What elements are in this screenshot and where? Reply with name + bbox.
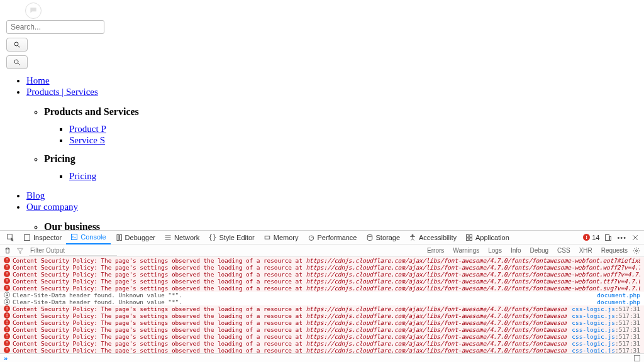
console-input-bar[interactable]: » — [0, 353, 644, 362]
search-icon — [13, 58, 21, 66]
console-row[interactable]: !Content Security Policy: The page's set… — [0, 333, 644, 340]
tab-inspector[interactable]: Inspector — [19, 231, 66, 244]
sidebar-toggle-icon[interactable] — [634, 355, 640, 361]
console-row[interactable]: !Content Security Policy: The page's set… — [0, 312, 644, 319]
svg-rect-9 — [265, 236, 270, 239]
console-source-link[interactable]: css-logic.js:517:31 — [567, 333, 640, 340]
nav-blog[interactable]: Blog — [26, 190, 45, 200]
tab-console[interactable]: Console — [66, 231, 110, 244]
console-row[interactable]: iClear-Site-Data header found. Unknown v… — [0, 299, 644, 305]
search-button-2[interactable] — [6, 55, 28, 69]
error-icon: ! — [4, 326, 10, 332]
console-message: Content Security Policy: The page's sett… — [13, 333, 567, 340]
inspector-icon — [23, 234, 31, 241]
console-row[interactable]: !Content Security Policy: The page's set… — [0, 257, 644, 264]
svg-rect-15 — [466, 238, 469, 240]
console-output[interactable]: !Content Security Policy: The page's set… — [0, 257, 644, 353]
element-picker-icon — [7, 234, 14, 241]
error-icon: ! — [4, 340, 10, 346]
console-source-link[interactable]: document.php — [592, 299, 640, 305]
svg-line-3 — [18, 63, 20, 65]
trash-icon[interactable] — [4, 247, 11, 255]
gear-icon[interactable] — [633, 247, 640, 255]
console-filter-input[interactable] — [29, 246, 117, 256]
filter-info[interactable]: Info — [507, 246, 525, 255]
console-source-link[interactable]: css-logic.js:517:31 — [567, 347, 640, 353]
storage-icon — [366, 234, 374, 241]
filter-xhr[interactable]: XHR — [575, 246, 596, 255]
console-message: Content Security Policy: The page's sett… — [13, 278, 640, 285]
svg-rect-17 — [606, 234, 609, 240]
console-source-link[interactable]: css-logic.js:517:31 — [567, 319, 640, 326]
tab-application[interactable]: Application — [461, 231, 514, 244]
console-message: Content Security Policy: The page's sett… — [13, 312, 567, 319]
heading-pricing: Pricing — [44, 153, 640, 165]
tab-debugger[interactable]: Debugger — [111, 231, 160, 244]
svg-rect-5 — [25, 234, 30, 240]
tab-style-editor[interactable]: {}Style Editor — [204, 231, 259, 244]
tab-accessibility[interactable]: Accessibility — [404, 231, 461, 244]
svg-rect-8 — [119, 234, 121, 240]
responsive-mode-icon[interactable] — [604, 234, 612, 241]
console-message: Content Security Policy: The page's sett… — [13, 326, 567, 333]
nav-our-company[interactable]: Our company — [26, 202, 78, 212]
filter-css[interactable]: CSS — [553, 246, 574, 255]
link-product-p[interactable]: Product P — [69, 124, 106, 134]
error-icon: ! — [4, 264, 10, 270]
console-source-link[interactable]: css-logic.js:517:31 — [567, 340, 640, 347]
console-source-link[interactable]: document.php — [592, 292, 640, 299]
link-pricing[interactable]: Pricing — [69, 171, 96, 181]
error-count-badge[interactable]: !14 — [583, 234, 599, 241]
tab-memory[interactable]: Memory — [259, 231, 303, 244]
console-row[interactable]: !Content Security Policy: The page's set… — [0, 319, 644, 326]
tab-picker[interactable] — [3, 231, 19, 244]
site-logo[interactable] — [25, 3, 42, 19]
console-row[interactable]: !Content Security Policy: The page's set… — [0, 326, 644, 333]
tab-network[interactable]: Network — [160, 231, 204, 244]
search-button-1[interactable] — [6, 38, 28, 52]
tab-performance[interactable]: Performance — [303, 231, 362, 244]
filter-debug[interactable]: Debug — [526, 246, 552, 255]
console-source-link[interactable]: css-logic.js:517:31 — [567, 326, 640, 333]
search-icon — [13, 41, 21, 48]
console-row[interactable]: !Content Security Policy: The page's set… — [0, 305, 644, 312]
console-row[interactable]: !Content Security Policy: The page's set… — [0, 264, 644, 271]
console-row[interactable]: !Content Security Policy: The page's set… — [0, 285, 644, 292]
console-icon — [70, 233, 78, 241]
subnav-products: Products and Services Product P Service … — [26, 106, 640, 182]
link-service-s[interactable]: Service S — [69, 135, 105, 145]
tab-storage[interactable]: Storage — [362, 231, 405, 244]
svg-rect-6 — [72, 234, 77, 240]
console-message: Content Security Policy: The page's sett… — [13, 285, 640, 292]
error-icon: ! — [4, 347, 10, 353]
svg-rect-7 — [117, 234, 119, 240]
application-icon — [465, 234, 473, 241]
filter-errors[interactable]: Errors — [423, 246, 448, 255]
console-message: Clear-Site-Data header found. Unknown va… — [13, 292, 592, 299]
filter-logs[interactable]: Logs — [484, 246, 506, 255]
console-toolbar: Errors Warnings Logs Info Debug CSS XHR … — [0, 244, 644, 257]
console-row[interactable]: !Content Security Policy: The page's set… — [0, 271, 644, 278]
svg-point-19 — [636, 250, 638, 251]
console-row[interactable]: !Content Security Policy: The page's set… — [0, 278, 644, 285]
close-icon[interactable] — [631, 234, 639, 241]
kebab-menu-icon[interactable]: ••• — [617, 234, 626, 241]
console-row[interactable]: !Content Security Policy: The page's set… — [0, 347, 644, 353]
svg-rect-16 — [470, 238, 472, 240]
error-icon: ! — [4, 271, 10, 277]
console-source-link[interactable]: css-logic.js:517:31 — [567, 312, 640, 319]
info-icon: i — [4, 299, 10, 305]
devtools-panel: Inspector Console Debugger Network {}Sty… — [0, 230, 644, 362]
nav-home[interactable]: Home — [26, 75, 50, 85]
memory-icon — [264, 234, 271, 241]
nav-products-services[interactable]: Products | Services — [26, 87, 98, 97]
funnel-icon — [16, 247, 24, 255]
filter-requests[interactable]: Requests — [597, 246, 631, 255]
console-source-link[interactable]: css-logic.js:517:31 — [567, 305, 640, 312]
chat-icon — [29, 6, 38, 15]
console-row[interactable]: iClear-Site-Data header found. Unknown v… — [0, 292, 644, 299]
filter-warnings[interactable]: Warnings — [449, 246, 483, 255]
search-input[interactable] — [6, 20, 104, 34]
console-message: Content Security Policy: The page's sett… — [13, 319, 567, 326]
console-row[interactable]: !Content Security Policy: The page's set… — [0, 340, 644, 347]
